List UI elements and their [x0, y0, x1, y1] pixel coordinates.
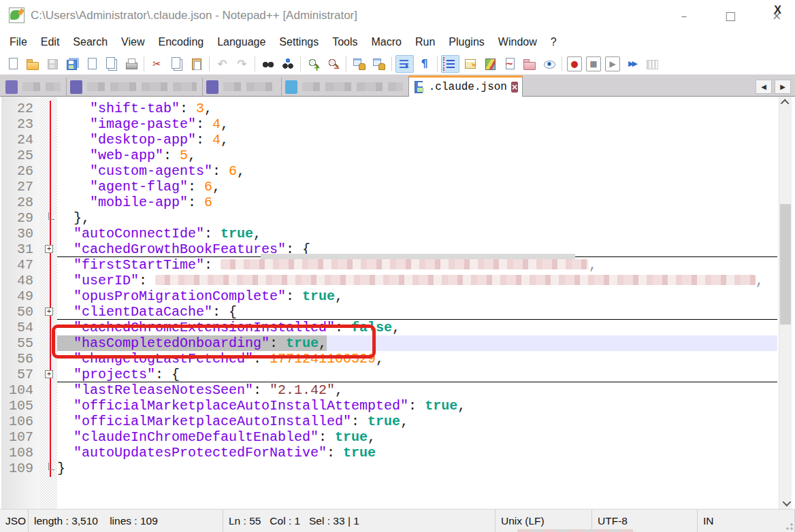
line-number[interactable]: 23 — [1, 116, 39, 132]
line-number[interactable]: 104 — [1, 382, 39, 398]
document-icon — [70, 80, 82, 94]
vertical-scrollbar[interactable] — [779, 97, 792, 509]
menu-encoding[interactable]: Encoding — [151, 33, 210, 51]
indent-guide-button[interactable] — [441, 55, 459, 73]
tab-label-redacted — [22, 82, 61, 91]
scrollbar-thumb[interactable] — [780, 204, 791, 325]
scroll-down-arrow[interactable] — [779, 497, 792, 509]
editor-area[interactable]: 22 "shift-tab": 3,23 "image-paste": 4,24… — [0, 97, 795, 509]
line-number[interactable]: 28 — [1, 195, 39, 210]
menu-run[interactable]: Run — [408, 33, 442, 51]
menu-bar: FileEditSearchViewEncodingLanguageSettin… — [0, 31, 795, 53]
line-number[interactable]: 57 — [1, 367, 39, 382]
tab-claude-json[interactable]: .claude.json× — [408, 76, 523, 97]
menu-window[interactable]: Window — [491, 33, 544, 51]
code-text: "officialMarketplaceAutoInstallAttempted… — [57, 398, 777, 414]
document-map-icon — [483, 57, 497, 71]
zoom-in-button[interactable] — [304, 55, 323, 73]
file-monitoring-icon — [542, 57, 556, 71]
notepadpp-window: C:\Users\Administrator\.claude.json - No… — [0, 0, 795, 532]
menu-help[interactable]: ? — [544, 33, 564, 51]
fold-toggle-collapsed[interactable]: + — [45, 370, 53, 378]
minimize-button[interactable]: – — [674, 9, 694, 22]
tab-blurred-3[interactable] — [202, 78, 282, 96]
line-number[interactable]: 107 — [1, 429, 39, 445]
maximize-button[interactable]: □ — [720, 9, 741, 22]
replace-icon — [281, 57, 295, 71]
run-macro-multiple-times-button[interactable]: ▶▶ — [623, 55, 641, 73]
menu-macro[interactable]: Macro — [365, 33, 408, 51]
open-file-button[interactable] — [23, 55, 42, 73]
replace-button[interactable] — [278, 55, 297, 73]
find-button[interactable] — [259, 55, 277, 73]
line-number[interactable]: 24 — [1, 132, 39, 148]
tab-scroll-right-button[interactable]: ▶ — [775, 80, 791, 94]
menu-edit[interactable]: Edit — [34, 33, 67, 51]
close-document-icon — [85, 57, 99, 71]
menu-language[interactable]: Language — [210, 33, 272, 51]
sync-horizontal-scrolling-button[interactable] — [370, 55, 388, 73]
line-number[interactable]: 105 — [1, 398, 39, 414]
line-number[interactable]: 49 — [1, 288, 39, 304]
menu-plugins[interactable]: Plugins — [442, 33, 491, 51]
print-button[interactable] — [122, 55, 140, 73]
copy-button[interactable] — [167, 55, 186, 73]
line-number[interactable]: 26 — [1, 163, 39, 179]
line-number[interactable]: 27 — [1, 179, 39, 195]
fold-toggle-collapsed[interactable]: + — [45, 245, 53, 253]
line-number[interactable]: 108 — [1, 445, 39, 461]
tab-blurred-4[interactable] — [281, 78, 409, 96]
resize-grip[interactable] — [786, 523, 793, 530]
line-number[interactable]: 50 — [1, 304, 39, 320]
fold-toggle-collapsed[interactable]: + — [45, 307, 53, 316]
record-macro-button[interactable]: ● — [567, 56, 582, 71]
zoom-out-button[interactable] — [324, 55, 342, 73]
word-wrap-button[interactable] — [395, 55, 414, 73]
line-number[interactable]: 22 — [1, 101, 39, 116]
folder-as-workspace-button[interactable] — [520, 55, 538, 73]
play-macro-button[interactable]: ▶ — [605, 56, 620, 71]
line-number[interactable]: 109 — [1, 461, 39, 476]
paste-button[interactable] — [187, 55, 206, 73]
cut-button[interactable]: ✂ — [148, 55, 166, 73]
sync-vertical-scrolling-button[interactable] — [350, 55, 368, 73]
stop-macro-button[interactable]: ■ — [586, 56, 601, 71]
menu-view[interactable]: View — [114, 33, 151, 51]
file-monitoring-button[interactable] — [540, 55, 558, 73]
tab-blurred-1[interactable] — [1, 78, 67, 96]
code-line-50: 50+ "clientDataCache": { — [1, 304, 777, 320]
function-list-button[interactable] — [461, 55, 479, 73]
menu-settings[interactable]: Settings — [272, 33, 325, 51]
close-document-button[interactable] — [82, 55, 101, 73]
tab-scroll-left-button[interactable]: ◀ — [756, 80, 772, 94]
save-recorded-macro-button[interactable] — [643, 55, 661, 73]
tab-blurred-2[interactable] — [66, 78, 203, 96]
line-number[interactable]: 55 — [1, 335, 39, 351]
close-all-documents-button[interactable] — [102, 55, 120, 73]
fold-cell — [39, 445, 57, 461]
line-number[interactable]: 30 — [1, 226, 39, 242]
line-number[interactable]: 47 — [1, 257, 39, 273]
menu-tools[interactable]: Tools — [325, 33, 364, 51]
undo-button[interactable]: ↶ — [213, 55, 231, 73]
document-list-button[interactable] — [500, 55, 519, 73]
close-document-x-button[interactable]: X — [770, 3, 785, 18]
line-number[interactable]: 31 — [1, 242, 39, 257]
menu-file[interactable]: File — [3, 33, 34, 51]
redo-button[interactable]: ↷ — [233, 55, 251, 73]
line-number[interactable]: 29 — [1, 210, 39, 226]
document-map-button[interactable] — [481, 55, 499, 73]
toolbar-separator — [300, 56, 301, 71]
scroll-up-arrow[interactable] — [779, 97, 792, 108]
line-number[interactable]: 25 — [1, 148, 39, 163]
line-number[interactable]: 106 — [1, 414, 39, 429]
save-all-button[interactable] — [63, 55, 81, 73]
tab-close-icon[interactable]: × — [511, 82, 518, 93]
menu-search[interactable]: Search — [66, 33, 114, 51]
line-number[interactable]: 56 — [1, 351, 39, 367]
show-all-characters-button[interactable]: ¶ — [415, 55, 434, 73]
line-number[interactable]: 48 — [1, 273, 39, 288]
line-number[interactable]: 54 — [1, 320, 39, 335]
new-file-button[interactable] — [3, 55, 22, 73]
save-button[interactable] — [43, 55, 61, 73]
